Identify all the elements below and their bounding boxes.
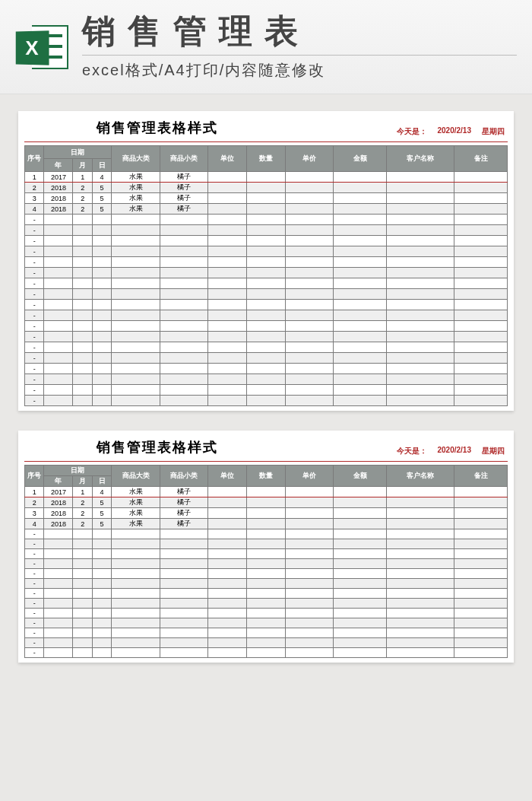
table-cell[interactable]	[92, 278, 111, 289]
table-cell[interactable]	[112, 215, 160, 225]
table-cell[interactable]	[247, 549, 286, 559]
table-cell[interactable]	[44, 638, 73, 648]
table-cell[interactable]	[285, 300, 334, 310]
table-cell[interactable]	[247, 519, 286, 529]
table-cell[interactable]	[454, 579, 508, 589]
table-cell[interactable]	[44, 225, 73, 236]
table-cell[interactable]	[160, 599, 208, 609]
table-cell[interactable]: -	[25, 364, 44, 374]
table-cell[interactable]: 2018	[44, 193, 73, 204]
table-cell[interactable]	[334, 529, 387, 539]
table-cell[interactable]	[73, 278, 92, 289]
table-cell[interactable]: -	[25, 385, 44, 396]
table-cell[interactable]	[92, 300, 111, 310]
table-cell[interactable]	[334, 638, 387, 648]
table-cell[interactable]: -	[25, 246, 44, 257]
table-cell[interactable]	[334, 321, 387, 332]
table-cell[interactable]	[334, 300, 387, 310]
table-cell[interactable]: 2	[73, 497, 92, 508]
table-cell[interactable]	[454, 246, 508, 257]
table-cell[interactable]	[92, 225, 111, 236]
table-cell[interactable]	[73, 599, 92, 609]
table-cell[interactable]: -	[25, 589, 44, 599]
table-cell[interactable]: 5	[92, 497, 111, 508]
table-cell[interactable]	[387, 310, 454, 321]
table-cell[interactable]: 3	[25, 193, 44, 204]
table-cell[interactable]: 水果	[112, 204, 160, 215]
table-cell[interactable]	[92, 559, 111, 569]
table-cell[interactable]	[454, 172, 508, 183]
table-cell[interactable]	[160, 539, 208, 549]
table-cell[interactable]: -	[25, 559, 44, 569]
table-cell[interactable]	[387, 321, 454, 332]
table-cell[interactable]: 橘子	[160, 172, 208, 183]
table-cell[interactable]	[387, 539, 454, 549]
table-cell[interactable]	[334, 539, 387, 549]
table-cell[interactable]: 5	[92, 508, 111, 519]
table-cell[interactable]	[454, 487, 508, 497]
table-cell[interactable]: 2	[73, 519, 92, 529]
table-cell[interactable]	[44, 246, 73, 257]
table-cell[interactable]	[387, 332, 454, 342]
table-cell[interactable]	[73, 246, 92, 257]
table-cell[interactable]	[454, 183, 508, 193]
table-cell[interactable]	[112, 289, 160, 300]
table-cell[interactable]	[92, 396, 111, 406]
table-cell[interactable]	[208, 589, 247, 599]
table-cell[interactable]	[247, 559, 286, 569]
table-cell[interactable]	[112, 599, 160, 609]
table-cell[interactable]: -	[25, 609, 44, 618]
table-cell[interactable]	[285, 549, 334, 559]
table-cell[interactable]	[387, 289, 454, 300]
table-cell[interactable]	[160, 396, 208, 406]
table-cell[interactable]	[387, 225, 454, 236]
table-cell[interactable]	[285, 539, 334, 549]
table-cell[interactable]	[208, 364, 247, 374]
table-cell[interactable]: 水果	[112, 172, 160, 183]
table-cell[interactable]	[387, 268, 454, 278]
table-cell[interactable]: 1	[73, 487, 92, 497]
table-cell[interactable]	[73, 589, 92, 599]
table-cell[interactable]	[387, 246, 454, 257]
table-cell[interactable]	[334, 215, 387, 225]
table-cell[interactable]	[92, 310, 111, 321]
table-cell[interactable]	[112, 579, 160, 589]
table-cell[interactable]: 4	[25, 519, 44, 529]
table-cell[interactable]	[73, 618, 92, 628]
table-cell[interactable]: 2018	[44, 497, 73, 508]
table-cell[interactable]	[247, 487, 286, 497]
table-cell[interactable]	[44, 396, 73, 406]
table-cell[interactable]	[73, 628, 92, 638]
table-cell[interactable]	[454, 300, 508, 310]
table-cell[interactable]	[247, 579, 286, 589]
table-cell[interactable]	[160, 529, 208, 539]
table-cell[interactable]	[44, 353, 73, 364]
table-cell[interactable]	[247, 374, 286, 385]
table-cell[interactable]: -	[25, 529, 44, 539]
table-cell[interactable]	[334, 225, 387, 236]
table-cell[interactable]	[387, 396, 454, 406]
table-cell[interactable]	[92, 289, 111, 300]
table-cell[interactable]	[92, 268, 111, 278]
table-cell[interactable]: -	[25, 342, 44, 353]
table-cell[interactable]: -	[25, 396, 44, 406]
table-cell[interactable]	[44, 268, 73, 278]
table-cell[interactable]	[454, 236, 508, 246]
table-cell[interactable]	[454, 268, 508, 278]
table-cell[interactable]	[454, 599, 508, 609]
table-cell[interactable]	[44, 321, 73, 332]
table-cell[interactable]	[454, 609, 508, 618]
table-cell[interactable]	[387, 364, 454, 374]
table-cell[interactable]	[454, 215, 508, 225]
table-cell[interactable]	[334, 559, 387, 569]
table-cell[interactable]	[334, 257, 387, 268]
table-cell[interactable]	[454, 310, 508, 321]
table-cell[interactable]	[208, 172, 247, 183]
table-cell[interactable]	[208, 193, 247, 204]
table-cell[interactable]	[285, 396, 334, 406]
table-cell[interactable]: -	[25, 268, 44, 278]
table-cell[interactable]	[208, 225, 247, 236]
table-cell[interactable]	[334, 569, 387, 579]
table-cell[interactable]	[247, 193, 286, 204]
table-cell[interactable]	[285, 268, 334, 278]
